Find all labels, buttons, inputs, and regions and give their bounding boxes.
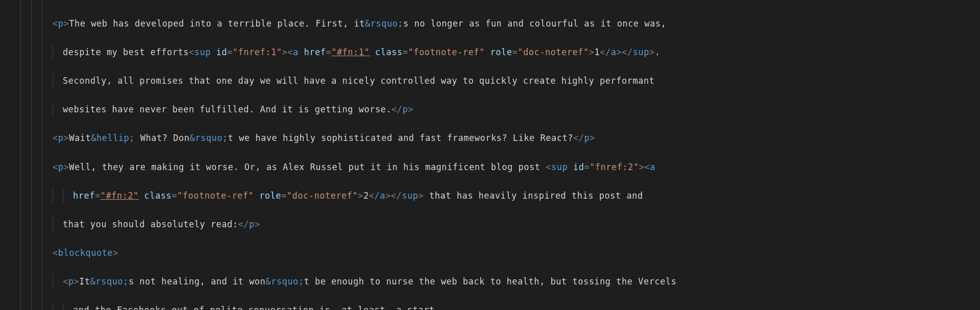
code-line: <p>Well, they are making it worse. Or, a… (53, 160, 676, 174)
code-line: and the Facebooks out of polite conversa… (53, 303, 676, 310)
code-line: <p>Wait&hellip; What? Don&rsquo;t we hav… (53, 131, 676, 145)
code-editor[interactable]: <p>The web has developed into a terrible… (0, 0, 980, 310)
code-line: websites have never been fulfilled. And … (53, 102, 676, 116)
code-line: <p>It&rsquo;s not healing, and it won&rs… (53, 274, 676, 289)
code-line: <p>The web has developed into a terrible… (53, 16, 676, 31)
code-line: <blockquote> (53, 246, 676, 260)
code-line: Secondly, all promises that one day we w… (53, 74, 676, 88)
code-line: despite my best efforts<sup id="fnref:1"… (53, 45, 676, 59)
code-line: that you should absolutely read:</p> (53, 217, 676, 231)
gutter (0, 0, 20, 310)
code-line: href="#fn:2" class="footnote-ref" role="… (53, 188, 676, 203)
code-content[interactable]: <p>The web has developed into a terrible… (53, 0, 676, 310)
indent-guides (20, 0, 53, 310)
